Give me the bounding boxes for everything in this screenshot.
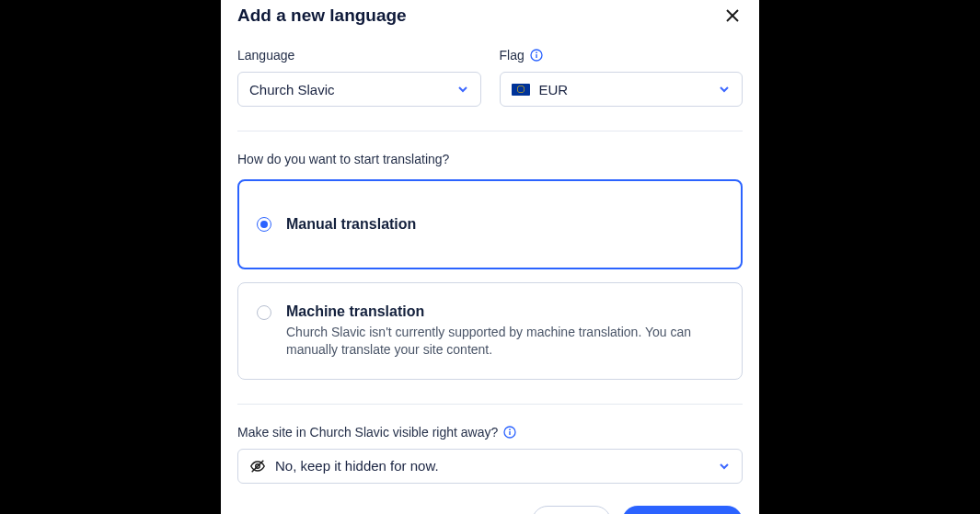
- svg-rect-4: [536, 54, 536, 58]
- chevron-down-icon: [456, 83, 469, 96]
- add-language-modal: Add a new language Language Church Slavi…: [221, 0, 759, 514]
- machine-translation-title: Machine translation: [286, 303, 723, 320]
- visibility-label: Make site in Church Slavic visible right…: [237, 425, 498, 440]
- field-row: Language Church Slavic Flag: [237, 48, 743, 107]
- flag-label: Flag: [500, 48, 744, 63]
- info-icon[interactable]: [530, 49, 543, 62]
- flag-field: Flag EUR: [500, 48, 744, 107]
- manual-translation-option[interactable]: Manual translation: [237, 179, 743, 269]
- divider: [237, 404, 743, 405]
- cancel-button[interactable]: Cancel: [532, 506, 611, 514]
- radio-icon: [257, 305, 271, 320]
- machine-translation-option[interactable]: Machine translation Church Slavic isn't …: [237, 282, 743, 380]
- hidden-eye-icon: [249, 458, 266, 474]
- close-icon[interactable]: [722, 6, 743, 26]
- language-field: Language Church Slavic: [237, 48, 481, 107]
- visibility-label-row: Make site in Church Slavic visible right…: [237, 425, 743, 440]
- machine-translation-description: Church Slavic isn't currently supported …: [286, 324, 723, 359]
- svg-point-3: [536, 51, 537, 53]
- modal-footer: Cancel Add Language: [237, 506, 743, 514]
- flag-select-value: EUR: [539, 82, 569, 97]
- eu-flag-icon: [512, 84, 530, 96]
- language-label-text: Language: [237, 48, 294, 63]
- svg-point-6: [509, 428, 511, 430]
- flag-label-text: Flag: [500, 48, 525, 63]
- divider: [237, 131, 743, 131]
- language-select-value: Church Slavic: [249, 82, 335, 97]
- chevron-down-icon: [718, 83, 731, 96]
- add-language-button[interactable]: Add Language: [622, 506, 743, 514]
- language-label: Language: [237, 48, 481, 63]
- visibility-select-value: No, keep it hidden for now.: [275, 458, 439, 474]
- manual-translation-title: Manual translation: [286, 216, 723, 233]
- translation-question: How do you want to start translating?: [237, 152, 743, 166]
- info-icon[interactable]: [503, 426, 516, 439]
- visibility-select[interactable]: No, keep it hidden for now.: [237, 449, 743, 484]
- modal-title: Add a new language: [237, 6, 407, 26]
- radio-icon: [257, 217, 271, 232]
- language-select[interactable]: Church Slavic: [237, 72, 481, 107]
- flag-select[interactable]: EUR: [500, 72, 744, 107]
- svg-rect-7: [510, 431, 511, 435]
- chevron-down-icon: [718, 460, 731, 473]
- modal-header: Add a new language: [237, 0, 743, 29]
